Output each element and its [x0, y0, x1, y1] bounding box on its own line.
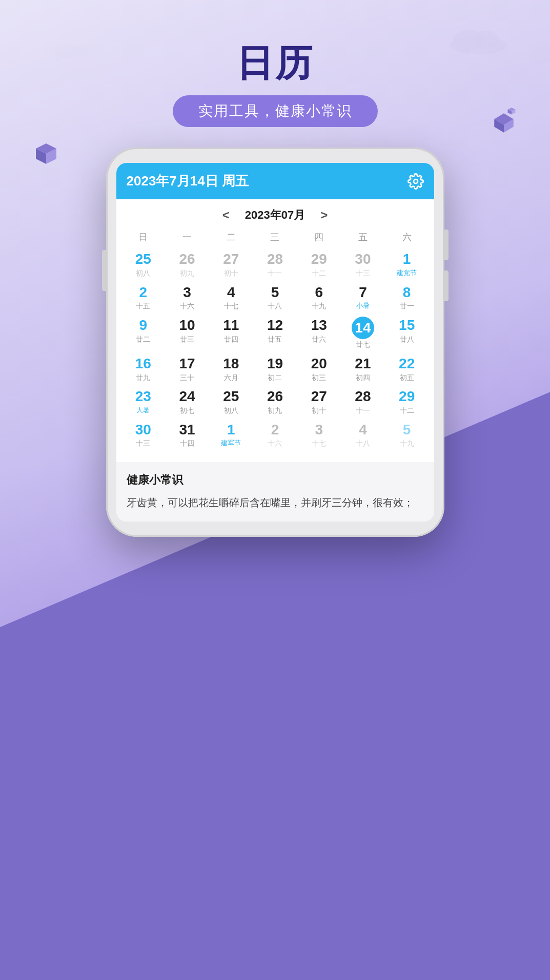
- health-title: 健康小常识: [127, 472, 424, 488]
- table-row[interactable]: 1 建军节: [209, 418, 253, 451]
- table-row[interactable]: 27 初十: [297, 385, 341, 418]
- table-row[interactable]: 3 十六: [165, 281, 209, 314]
- phone-button-right-top: [444, 230, 449, 260]
- table-row[interactable]: 28 十一: [341, 385, 385, 418]
- phone-button-right-bottom: [444, 270, 449, 301]
- table-row[interactable]: 31 十四: [165, 418, 209, 451]
- dow-fri: 五: [341, 231, 385, 243]
- table-row[interactable]: 4 十八: [341, 418, 385, 451]
- dow-sat: 六: [385, 231, 429, 243]
- phone-mockup: 2023年7月14日 周五 < 2023年07月 > 日 一 二: [106, 148, 444, 537]
- table-row[interactable]: 2 十六: [253, 418, 297, 451]
- table-row[interactable]: 22 初五: [385, 352, 429, 385]
- phone-screen: 2023年7月14日 周五 < 2023年07月 > 日 一 二: [116, 163, 434, 522]
- table-row[interactable]: 29 十二: [297, 247, 341, 280]
- table-row[interactable]: 25 初八: [121, 247, 166, 280]
- calendar-header: 2023年7月14日 周五: [116, 163, 434, 199]
- table-row[interactable]: 7 小暑: [341, 281, 385, 314]
- table-row[interactable]: 4 十七: [209, 281, 253, 314]
- svg-point-15: [414, 179, 418, 183]
- settings-icon[interactable]: [408, 173, 424, 190]
- table-row[interactable]: 15 廿八: [385, 314, 429, 352]
- dow-sun: 日: [121, 231, 166, 243]
- table-row[interactable]: 20 初三: [297, 352, 341, 385]
- table-row[interactable]: 28 十一: [253, 247, 297, 280]
- table-row[interactable]: 25 初八: [209, 385, 253, 418]
- table-row[interactable]: 16 廿九: [121, 352, 166, 385]
- table-row[interactable]: 13 廿六: [297, 314, 341, 352]
- selected-day[interactable]: 14 廿七: [341, 314, 385, 352]
- table-row[interactable]: 26 初九: [165, 247, 209, 280]
- month-title: 2023年07月: [245, 207, 305, 223]
- health-content: 牙齿黄，可以把花生嚼碎后含在嘴里，并刷牙三分钟，很有效；: [127, 494, 424, 511]
- table-row[interactable]: 12 廿五: [253, 314, 297, 352]
- app-title: 日历: [0, 41, 550, 85]
- table-row[interactable]: 3 十七: [297, 418, 341, 451]
- dow-wed: 三: [253, 231, 297, 243]
- table-row[interactable]: 30 十三: [341, 247, 385, 280]
- dow-thu: 四: [297, 231, 341, 243]
- header-date: 2023年7月14日 周五: [127, 172, 249, 190]
- calendar-grid: 25 初八 26 初九 27 初十 28 十一: [116, 245, 434, 456]
- table-row[interactable]: 27 初十: [209, 247, 253, 280]
- table-row[interactable]: 21 初四: [341, 352, 385, 385]
- health-section: 健康小常识 牙齿黄，可以把花生嚼碎后含在嘴里，并刷牙三分钟，很有效；: [116, 462, 434, 522]
- table-row[interactable]: 18 六月: [209, 352, 253, 385]
- table-row[interactable]: 6 十九: [297, 281, 341, 314]
- phone-container: 2023年7月14日 周五 < 2023年07月 > 日 一 二: [0, 148, 550, 537]
- dow-mon: 一: [165, 231, 209, 243]
- table-row[interactable]: 2 十五: [121, 281, 166, 314]
- table-row[interactable]: 9 廿二: [121, 314, 166, 352]
- phone-button-left: [102, 250, 106, 291]
- table-row[interactable]: 1 建党节: [385, 247, 429, 280]
- title-section: 日历 实用工具，健康小常识: [0, 0, 550, 127]
- table-row[interactable]: 19 初二: [253, 352, 297, 385]
- table-row[interactable]: 8 廿一: [385, 281, 429, 314]
- prev-month-button[interactable]: <: [222, 208, 230, 222]
- table-row[interactable]: 5 十九: [385, 418, 429, 451]
- table-row[interactable]: 5 十八: [253, 281, 297, 314]
- table-row[interactable]: 26 初九: [253, 385, 297, 418]
- table-row[interactable]: 30 十三: [121, 418, 166, 451]
- table-row[interactable]: 24 初七: [165, 385, 209, 418]
- calendar-nav: < 2023年07月 >: [116, 199, 434, 227]
- table-row[interactable]: 29 十二: [385, 385, 429, 418]
- day-of-week-row: 日 一 二 三 四 五 六: [116, 227, 434, 245]
- table-row[interactable]: 23 大暑: [121, 385, 166, 418]
- dow-tue: 二: [209, 231, 253, 243]
- table-row[interactable]: 17 三十: [165, 352, 209, 385]
- table-row[interactable]: 11 廿四: [209, 314, 253, 352]
- next-month-button[interactable]: >: [320, 208, 328, 222]
- table-row[interactable]: 10 廿三: [165, 314, 209, 352]
- app-subtitle: 实用工具，健康小常识: [173, 95, 378, 127]
